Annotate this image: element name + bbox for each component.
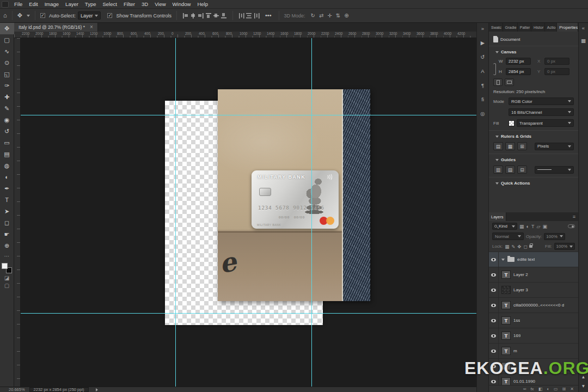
brush-tool[interactable]: ✎ xyxy=(0,103,14,114)
horizontal-ruler[interactable]: 2200200018001600140012001000800600400200… xyxy=(14,32,476,38)
align-bottom-icon[interactable] xyxy=(220,13,226,19)
auto-select-target-dropdown[interactable]: Layer xyxy=(78,11,101,20)
credit-card-layer[interactable]: MILITARY BANK 1234 5678 9012 3456 00/00 … xyxy=(252,170,339,229)
lock-image-icon[interactable]: ✎ xyxy=(511,244,515,249)
show-transform-checkbox[interactable] xyxy=(107,13,112,18)
menu-file[interactable]: File xyxy=(11,1,26,7)
edit-toolbar-icon[interactable]: ⋯ xyxy=(4,253,10,259)
drag-3d-icon[interactable]: ✛ xyxy=(327,13,332,19)
document-tab[interactable]: Italy id.psd @ 20.7% (RGB/16) * × xyxy=(14,23,98,32)
portrait-orientation-button[interactable] xyxy=(493,78,503,86)
healing-brush-tool[interactable]: ✚ xyxy=(0,91,14,103)
link-layers-icon[interactable]: ∞ xyxy=(523,387,526,391)
lock-all-icon[interactable] xyxy=(529,245,532,248)
color-mode-select[interactable]: RGB Color xyxy=(509,97,574,105)
toggle-grid-button[interactable]: ▦ xyxy=(505,142,515,150)
actions-panel-icon[interactable]: ▶ xyxy=(478,39,487,47)
guide-vertical[interactable] xyxy=(311,38,312,387)
path-selection-tool[interactable]: ➤ xyxy=(0,206,14,217)
panel-tab-properties[interactable]: Properties xyxy=(557,23,578,32)
tab-layers[interactable]: Layers xyxy=(489,212,506,221)
hand-tool[interactable]: ☛ xyxy=(0,229,14,240)
chevron-down-icon[interactable] xyxy=(495,51,499,53)
toggle-rulers-button[interactable]: ▤ xyxy=(493,142,503,150)
align-left-icon[interactable] xyxy=(182,13,188,19)
zoom-level[interactable]: 20.665% xyxy=(9,387,25,392)
rulers-grids-section-label[interactable]: Rulers & Grids xyxy=(501,134,531,139)
align-top-icon[interactable] xyxy=(205,13,211,19)
zoom-tool[interactable]: ⊕ xyxy=(0,240,14,252)
landscape-orientation-button[interactable] xyxy=(505,78,514,86)
menu-help[interactable]: Help xyxy=(194,1,211,7)
history-panel-icon[interactable]: ↺ xyxy=(478,53,487,61)
new-group-icon[interactable]: ▭ xyxy=(554,387,558,391)
panel-menu-icon[interactable]: ≡ xyxy=(570,212,578,221)
guide-horizontal[interactable] xyxy=(14,115,476,115)
layer-mask-icon[interactable]: ◧ xyxy=(538,387,543,391)
shape-tool[interactable]: ◻ xyxy=(0,217,14,229)
guide-horizontal[interactable] xyxy=(14,313,476,314)
menu-view[interactable]: View xyxy=(151,1,169,7)
filter-type-layers-icon[interactable]: T xyxy=(531,224,535,229)
swatches-panel-icon[interactable]: ▦ xyxy=(579,36,588,45)
filter-adjustment-layers-icon[interactable]: ◐ xyxy=(526,224,529,229)
align-center-horizontal-icon[interactable] xyxy=(190,13,196,19)
type-tool[interactable]: T xyxy=(0,194,14,206)
quick-actions-section-label[interactable]: Quick Actions xyxy=(501,181,530,186)
app-icon[interactable] xyxy=(2,1,9,8)
menu-filter[interactable]: Filter xyxy=(120,1,138,7)
menu-type[interactable]: Type xyxy=(82,1,100,7)
move-tool-icon[interactable]: ✥ xyxy=(17,13,22,19)
layer-row[interactable]: Layer 3 xyxy=(489,283,578,298)
home-icon[interactable]: ⌂ xyxy=(3,13,7,19)
clone-source-panel-icon[interactable]: ◎ xyxy=(478,109,487,118)
menu-3d[interactable]: 3D xyxy=(138,1,151,7)
visibility-toggle[interactable] xyxy=(489,252,499,267)
align-right-icon[interactable] xyxy=(198,13,204,19)
chevron-down-icon[interactable] xyxy=(495,136,499,138)
pen-tool[interactable]: ✒ xyxy=(0,183,14,194)
menu-edit[interactable]: Edit xyxy=(26,1,41,7)
canvas-section-label[interactable]: Canvas xyxy=(501,50,516,54)
layer-effects-icon[interactable]: fx xyxy=(530,387,534,391)
layer-row[interactable]: Tcilla0000000..<<<<<<<0 d xyxy=(489,298,578,313)
units-select[interactable]: Pixels xyxy=(535,143,574,150)
roll-3d-icon[interactable]: ⇄ xyxy=(319,13,323,19)
orbit-3d-icon[interactable]: ↻ xyxy=(311,13,315,19)
auto-select-checkbox[interactable] xyxy=(40,13,45,18)
lock-transparency-icon[interactable]: ▦ xyxy=(505,244,509,249)
menu-window[interactable]: Window xyxy=(169,1,194,7)
history-brush-tool[interactable]: ↺ xyxy=(0,126,14,137)
character-panel-icon[interactable]: A xyxy=(478,67,487,75)
filter-smart-objects-icon[interactable]: ▣ xyxy=(542,224,547,229)
distribute-spacing-icon[interactable] xyxy=(254,13,260,19)
visibility-toggle[interactable] xyxy=(489,328,499,343)
quick-selection-tool[interactable]: ⊙ xyxy=(0,57,14,69)
color-swatches[interactable] xyxy=(2,263,12,273)
layer-row[interactable]: T1ss xyxy=(489,313,578,328)
toggle-guides-button[interactable]: ▥ xyxy=(493,166,503,174)
blend-mode-select[interactable]: Normal xyxy=(492,232,524,240)
toggle-snap-button[interactable]: ⊞ xyxy=(517,142,527,150)
screen-mode-icon[interactable]: ▢ xyxy=(4,283,9,289)
distribute-horizontal-icon[interactable] xyxy=(238,13,244,19)
marquee-tool[interactable]: ▢ xyxy=(0,34,14,46)
lock-position-icon[interactable]: ✥ xyxy=(517,244,521,249)
scale-3d-icon[interactable]: ⊕ xyxy=(344,13,348,19)
panel-tab-swatc[interactable]: Swatc xyxy=(489,23,503,32)
more-options-icon[interactable]: ••• xyxy=(265,13,272,19)
panel-tab-actio[interactable]: Actio xyxy=(545,23,558,32)
new-guide-layout-button[interactable]: ▤ xyxy=(505,166,515,174)
filter-pixel-layers-icon[interactable]: ▦ xyxy=(519,224,524,229)
quick-mask-icon[interactable]: ◪ xyxy=(4,275,9,281)
collapse-panels-icon[interactable]: » xyxy=(478,24,487,33)
chevron-down-icon[interactable] xyxy=(495,159,499,161)
expand-dock-icon[interactable]: « xyxy=(579,24,588,32)
clear-guides-button[interactable]: ⊟ xyxy=(517,166,527,174)
paragraph-panel-icon[interactable]: ¶ xyxy=(478,81,487,89)
layer-row[interactable]: edite text xyxy=(489,252,578,267)
menu-image[interactable]: Image xyxy=(41,1,62,7)
chevron-down-icon[interactable] xyxy=(501,259,505,261)
slide-3d-icon[interactable]: ⇅ xyxy=(336,13,340,19)
layer-row[interactable]: Tm xyxy=(489,344,578,359)
